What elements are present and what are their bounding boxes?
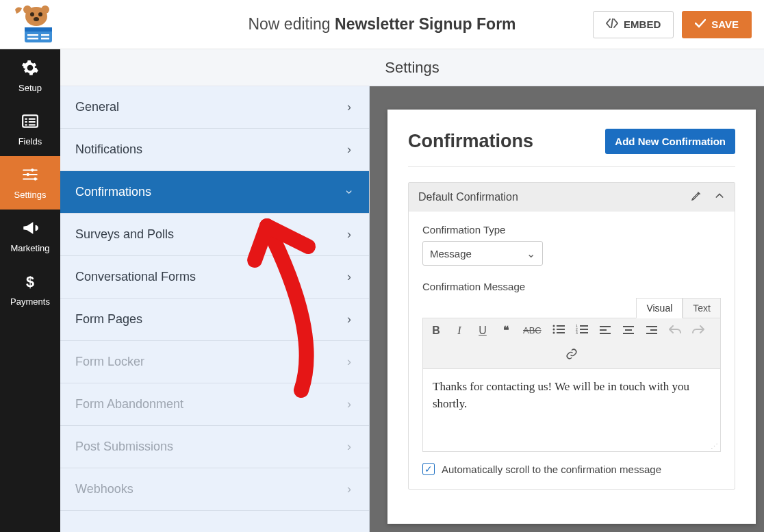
collapse-icon[interactable] xyxy=(714,190,725,204)
svg-rect-10 xyxy=(41,34,49,36)
underline-icon[interactable]: U xyxy=(476,325,489,337)
save-button[interactable]: SAVE xyxy=(682,11,752,38)
svg-rect-43 xyxy=(646,333,657,334)
chevron-right-icon: › xyxy=(347,227,351,242)
svg-rect-30 xyxy=(580,325,588,327)
edit-icon[interactable] xyxy=(691,190,702,204)
add-confirmation-label: Add New Confirmation xyxy=(615,136,726,147)
link-icon[interactable] xyxy=(430,348,713,363)
chevron-right-icon: › xyxy=(347,355,351,369)
editing-prefix: Now editing xyxy=(248,15,330,33)
svg-rect-26 xyxy=(557,329,565,330)
svg-rect-39 xyxy=(625,329,632,331)
numbered-list-icon[interactable]: 123 xyxy=(576,325,588,337)
svg-point-2 xyxy=(38,12,42,16)
svg-rect-35 xyxy=(600,326,611,327)
italic-icon[interactable]: I xyxy=(453,325,466,337)
settings-item-post-submissions[interactable]: Post Submissions › xyxy=(60,426,369,468)
confirmation-card: Default Confirmation Con xyxy=(408,182,735,490)
align-center-icon[interactable] xyxy=(622,325,635,337)
editor-tabs: Visual Text xyxy=(422,298,721,318)
sidebar-item-marketing[interactable]: Marketing xyxy=(0,210,60,263)
strikethrough-icon[interactable]: ABC xyxy=(523,325,542,335)
preview-area: Confirmations Add New Confirmation Defau… xyxy=(370,86,764,532)
top-actions: EMBED SAVE xyxy=(593,11,752,38)
svg-point-20 xyxy=(27,173,29,176)
svg-rect-42 xyxy=(650,329,657,331)
quote-icon[interactable]: ❝ xyxy=(500,324,512,337)
add-confirmation-button[interactable]: Add New Confirmation xyxy=(605,129,735,154)
bold-icon[interactable]: B xyxy=(430,325,442,337)
bulleted-list-icon[interactable] xyxy=(552,325,565,337)
settings-item-confirmations[interactable]: Confirmations › xyxy=(60,171,369,214)
svg-text:$: $ xyxy=(26,273,34,290)
settings-item-label: Notifications xyxy=(75,142,142,157)
svg-rect-8 xyxy=(27,34,38,36)
svg-rect-13 xyxy=(25,118,27,120)
redo-icon[interactable] xyxy=(692,325,704,337)
message-text: Thanks for contacting us! We will be in … xyxy=(433,380,689,410)
embed-label: EMBED xyxy=(624,18,661,30)
settings-item-general[interactable]: General › xyxy=(60,86,369,129)
settings-item-surveys[interactable]: Surveys and Polls › xyxy=(60,214,369,256)
svg-point-1 xyxy=(30,12,34,16)
sidebar-item-label: Fields xyxy=(18,136,42,147)
code-icon xyxy=(606,18,618,30)
svg-rect-41 xyxy=(646,326,657,327)
type-label: Confirmation Type xyxy=(422,224,721,236)
sidebar-item-fields[interactable]: Fields xyxy=(0,103,60,156)
svg-point-25 xyxy=(552,328,555,330)
embed-button[interactable]: EMBED xyxy=(593,11,674,38)
svg-point-19 xyxy=(31,168,34,171)
settings-item-label: Surveys and Polls xyxy=(75,227,174,242)
svg-rect-32 xyxy=(580,329,588,330)
svg-rect-24 xyxy=(557,325,565,327)
top-bar: Now editing Newsletter Signup Form EMBED… xyxy=(0,0,764,49)
section-header: Settings xyxy=(60,49,764,86)
card-header: Default Confirmation xyxy=(409,183,735,212)
settings-item-conversational[interactable]: Conversational Forms › xyxy=(60,256,369,299)
settings-item-webhooks[interactable]: Webhooks › xyxy=(60,468,369,511)
sidebar-item-settings[interactable]: Settings xyxy=(0,156,60,210)
sidebar-item-setup[interactable]: Setup xyxy=(0,49,60,103)
workspace: Settings General › Notifications › Confi… xyxy=(60,49,764,532)
sidebar-item-label: Payments xyxy=(10,296,50,307)
svg-rect-16 xyxy=(29,121,36,123)
checkbox-checked-icon[interactable]: ✓ xyxy=(422,463,435,475)
confirmation-type-select[interactable]: Message ⌄ xyxy=(422,241,543,266)
settings-item-notifications[interactable]: Notifications › xyxy=(60,129,369,171)
select-value: Message xyxy=(430,248,472,259)
svg-point-23 xyxy=(552,325,555,327)
align-left-icon[interactable] xyxy=(599,325,611,337)
undo-icon[interactable] xyxy=(669,325,681,337)
align-right-icon[interactable] xyxy=(646,325,658,337)
svg-rect-11 xyxy=(41,38,49,40)
save-label: SAVE xyxy=(711,18,739,30)
editor-toolbar: B I U ❝ ABC 123 xyxy=(423,318,720,369)
sidebar-item-label: Setup xyxy=(18,83,42,93)
autoscroll-row[interactable]: ✓ Automatically scroll to the confirmati… xyxy=(422,463,721,475)
svg-rect-36 xyxy=(600,329,607,331)
svg-rect-15 xyxy=(25,121,27,123)
chevron-right-icon: › xyxy=(347,312,351,327)
section-title: Settings xyxy=(385,59,440,77)
panel-header: Confirmations Add New Confirmation xyxy=(408,129,735,167)
tab-text[interactable]: Text xyxy=(683,298,721,318)
settings-item-form-abandonment[interactable]: Form Abandonment › xyxy=(60,383,369,426)
resize-handle-icon[interactable]: ⋰ xyxy=(711,444,717,448)
message-label: Confirmation Message xyxy=(422,281,721,292)
card-title: Default Confirmation xyxy=(418,191,518,203)
check-icon xyxy=(695,18,706,30)
svg-rect-17 xyxy=(25,124,27,125)
sidebar-item-payments[interactable]: $ Payments xyxy=(0,263,60,316)
chevron-down-icon: ⌄ xyxy=(526,247,535,260)
settings-item-form-pages[interactable]: Form Pages › xyxy=(60,299,369,341)
svg-text:3: 3 xyxy=(576,331,578,334)
settings-item-label: Form Abandonment xyxy=(75,397,183,411)
tab-visual[interactable]: Visual xyxy=(636,298,683,318)
card-tools xyxy=(691,190,725,204)
message-textarea[interactable]: Thanks for contacting us! We will be in … xyxy=(423,369,720,451)
chevron-right-icon: › xyxy=(347,397,351,411)
settings-item-form-locker[interactable]: Form Locker › xyxy=(60,341,369,383)
chevron-right-icon: › xyxy=(347,100,351,114)
